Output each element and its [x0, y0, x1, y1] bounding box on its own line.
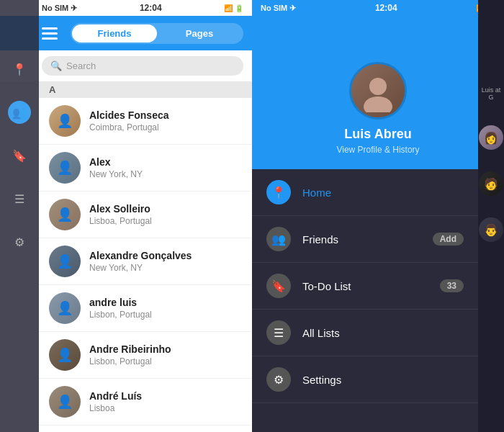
menu-label-alllists: All Lists — [302, 327, 464, 339]
contact-name-alcides: Alcides Fonseca — [89, 109, 169, 121]
menu-item-home[interactable]: 📍 Home — [252, 169, 478, 216]
phone-right: No SIM ✈ 12:04 📶 🔋 Luis Abreu View Profi… — [252, 0, 504, 432]
status-time-left: 12:04 — [140, 3, 162, 13]
sidebar-icon-location[interactable]: 📍 — [8, 58, 31, 81]
left-sidebar: 📍 👥 🔖 ☰ ⚙ — [0, 0, 39, 432]
status-bar-right: No SIM ✈ 12:04 📶 🔋 — [252, 0, 504, 16]
contact-item-alcides[interactable]: 👤 Alcides Fonseca Coimbra, Portugal — [39, 98, 252, 145]
phone-peek-strip: Luis at G 👩 🧑 👨 — [478, 0, 504, 432]
status-battery-left: 📶 🔋 — [224, 4, 243, 12]
avatar-alex: 👤 — [49, 152, 81, 184]
contact-name-andre-ribeirinho: Andre Ribeirinho — [89, 343, 171, 355]
sidebar-icon-bookmark[interactable]: 🔖 — [8, 144, 31, 167]
avatar-andre-luis2: 👤 — [49, 386, 81, 418]
contact-name-andre-luis2: André Luís — [89, 390, 142, 402]
status-time-right: 12:04 — [375, 3, 397, 13]
contact-item-alex[interactable]: 👤 Alex New York, NY — [39, 145, 252, 192]
contact-location-alex-solleiro: Lisboa, Portugal — [89, 216, 152, 226]
peek-avatar-3: 👨 — [479, 217, 503, 242]
tab-group: Friends Pages — [71, 23, 243, 44]
menu-label-home: Home — [302, 186, 464, 199]
sidebar-icon-list[interactable]: ☰ — [8, 187, 31, 210]
contact-item-andre-luis2[interactable]: 👤 André Luís Lisboa — [39, 379, 252, 426]
menu-icon-friends: 👥 — [266, 227, 291, 251]
avatar-andre-ribeirinho: 👤 — [49, 339, 81, 371]
contact-item-andre-ribeirinho[interactable]: 👤 Andre Ribeirinho Lisbon, Portugal — [39, 332, 252, 379]
phone-left: 📍 👥 🔖 ☰ ⚙ No SIM ✈ 12:04 📶 🔋 Friends Pag… — [0, 0, 252, 432]
sidebar-icon-friends[interactable]: 👥 — [8, 101, 31, 124]
menu-badge-friends: Add — [433, 233, 464, 246]
menu-item-friends[interactable]: 👥 Friends Add — [252, 216, 478, 263]
contact-location-alex: New York, NY — [89, 169, 143, 179]
contact-item-alexandre[interactable]: 👤 Alexandre Gonçalves New York, NY — [39, 238, 252, 285]
search-icon: 🔍 — [50, 60, 62, 71]
avatar-alex-solleiro: 👤 — [49, 199, 81, 230]
profile-avatar — [349, 62, 407, 120]
avatar-alexandre: 👤 — [49, 246, 81, 277]
menu-item-alllists[interactable]: ☰ All Lists — [252, 310, 478, 356]
profile-subtitle[interactable]: View Profile & History — [336, 145, 419, 155]
battery-icon-left: 📶 🔋 — [224, 4, 243, 12]
contact-location-alcides: Coimbra, Portugal — [89, 122, 169, 132]
tab-pages[interactable]: Pages — [157, 24, 242, 42]
contact-name-alex: Alex — [89, 156, 143, 168]
search-input-wrapper: 🔍 Search — [42, 56, 243, 76]
contact-name-alexandre: Alexandre Gonçalves — [89, 250, 192, 261]
peek-avatar-2: 🧑 — [479, 171, 503, 196]
menu-label-settings: Settings — [302, 374, 464, 386]
profile-section: Luis Abreu View Profile & History — [252, 50, 504, 169]
menu-icon-home: 📍 — [266, 180, 291, 204]
contact-name-alex-solleiro: Alex Solleiro — [89, 203, 152, 215]
menu-label-friends: Friends — [302, 233, 421, 246]
profile-name: Luis Abreu — [344, 127, 411, 142]
contact-location-andre-luis2: Lisboa — [89, 403, 142, 413]
contact-item-alex-solleiro[interactable]: 👤 Alex Solleiro Lisboa, Portugal — [39, 192, 252, 238]
right-menu: 📍 Home 👥 Friends Add 🔖 To-Do List 33 ☰ A… — [252, 169, 504, 432]
avatar-alcides: 👤 — [49, 105, 81, 137]
profile-avatar-svg — [356, 69, 400, 112]
menu-icon-alllists: ☰ — [266, 320, 291, 345]
svg-point-0 — [369, 78, 387, 95]
contact-name-andre-luis: andre luis — [89, 297, 152, 308]
contact-location-andre-ribeirinho: Lisbon, Portugal — [89, 356, 171, 366]
contacts-list: A 👤 Alcides Fonseca Coimbra, Portugal 👤 … — [39, 81, 252, 432]
tab-friends[interactable]: Friends — [72, 24, 157, 42]
menu-label-todo: To-Do List — [302, 280, 428, 292]
status-nosim-right: No SIM ✈ — [261, 4, 296, 13]
contact-location-andre-luis: Lisbon, Portugal — [89, 310, 152, 320]
menu-icon-todo: 🔖 — [266, 274, 291, 298]
menu-badge-todo: 33 — [440, 279, 464, 292]
peek-text: Luis at G — [478, 86, 504, 101]
top-nav-right — [252, 16, 504, 50]
menu-item-todo[interactable]: 🔖 To-Do List 33 — [252, 263, 478, 310]
avatar-andre-luis: 👤 — [49, 292, 81, 324]
menu-icon-settings: ⚙ — [266, 367, 291, 392]
contact-item-andre-luis[interactable]: 👤 andre luis Lisbon, Portugal — [39, 285, 252, 332]
status-nosim-left: No SIM ✈ — [42, 4, 77, 13]
contact-location-alexandre: New York, NY — [89, 263, 192, 273]
peek-avatar-1: 👩 — [479, 125, 503, 150]
menu-item-settings[interactable]: ⚙ Settings — [252, 356, 478, 403]
search-placeholder[interactable]: Search — [66, 60, 96, 71]
sidebar-icon-settings[interactable]: ⚙ — [8, 230, 31, 253]
hamburger-button-left[interactable] — [42, 27, 58, 40]
svg-point-1 — [364, 96, 392, 112]
section-header-a: A — [39, 81, 252, 98]
